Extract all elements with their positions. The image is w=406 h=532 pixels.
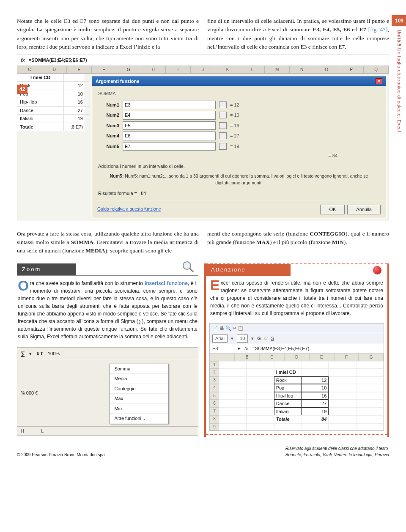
svg-point-0 xyxy=(183,262,191,269)
zoom-text: ra che avete acquisito familiarità con l… xyxy=(18,280,198,340)
mini-cell xyxy=(247,392,274,400)
mini-cell xyxy=(329,392,356,400)
page-sidebar: 109 Unità 5 Un foglio elettronico di cal… xyxy=(392,15,406,132)
mini-cell xyxy=(247,376,274,384)
mini-cell xyxy=(329,368,356,376)
menu-item[interactable]: Min xyxy=(110,404,168,414)
help-link[interactable]: Guida relativa a questa funzione xyxy=(97,206,161,213)
range-select-icon[interactable] xyxy=(219,132,227,139)
font-size[interactable]: 10 xyxy=(237,335,248,343)
intro-right: fine di un intervallo di celle adiacenti… xyxy=(207,17,389,51)
arg-label: Num1 xyxy=(98,101,119,109)
mini-cell xyxy=(219,368,247,376)
mini-cell xyxy=(247,415,274,423)
range-select-icon[interactable] xyxy=(219,143,227,150)
mini-cell xyxy=(329,361,356,368)
ok-button[interactable]: OK xyxy=(320,205,345,214)
data-value-cell: 19 xyxy=(64,115,85,123)
menu-item[interactable]: Conteggio xyxy=(110,384,168,394)
fx-icon: fx xyxy=(21,58,25,63)
mini-cell xyxy=(301,361,329,368)
menu-item[interactable]: Altre funzioni... xyxy=(110,414,168,424)
mini-cell xyxy=(356,368,384,376)
mini-cell xyxy=(219,384,247,392)
svg-line-1 xyxy=(190,269,193,272)
arg-result: = 12 xyxy=(230,101,239,109)
data-label-cell: Hip-Hop xyxy=(17,98,64,106)
arg-label: Num2 xyxy=(98,112,119,119)
arg-label: Num3 xyxy=(98,122,119,129)
total-value-cell: ;6;E7) xyxy=(64,123,85,131)
data-value-cell: 12 xyxy=(64,82,85,90)
page-footer: © 2009 Pearson Paravia Bruno Mondadori s… xyxy=(17,445,389,458)
menu-item[interactable]: Max xyxy=(110,394,168,404)
mini-cell: 19 xyxy=(301,408,329,416)
attention-box: Attenzione E xcel cerca spesso di render… xyxy=(204,263,389,437)
sum-result: = 84 xyxy=(328,152,337,159)
mini-cell xyxy=(247,361,274,368)
zoom-screenshot: ∑ ▾ ⬇⬆ 100% % 000 € SommaMediaConteggioM… xyxy=(17,347,198,436)
mid-left: Ora provate a fare la stessa cosa, utili… xyxy=(17,230,199,255)
arg-input[interactable]: E3 xyxy=(123,101,216,110)
mini-cell: 27 xyxy=(301,400,329,408)
attention-dot-icon xyxy=(372,265,382,275)
attention-title: Attenzione xyxy=(206,264,291,276)
mini-cell xyxy=(274,361,302,368)
arg-result: = 27 xyxy=(230,132,239,140)
arg-label: Num4 xyxy=(98,132,119,140)
function-name: SOMMA xyxy=(98,90,380,97)
font-selector[interactable]: Arial xyxy=(212,335,228,343)
data-value-cell: 16 xyxy=(64,98,85,106)
mini-cell xyxy=(219,392,247,400)
dialog-result: Risultato formula = 84 xyxy=(98,190,380,197)
range-select-icon[interactable] xyxy=(219,122,227,129)
dropcap-o: O xyxy=(18,280,29,292)
intro-left: Notate che le celle E3 ed E7 sono separa… xyxy=(17,17,199,51)
mini-cell xyxy=(356,392,384,400)
mini-cell xyxy=(219,423,247,431)
mid-right: menti che compongono tale serie (funzion… xyxy=(207,230,389,255)
attention-text: xcel cerca spesso di rendersi utile, ma … xyxy=(210,280,383,316)
mini-cell xyxy=(301,368,329,376)
mini-cell xyxy=(356,361,384,368)
arg-result: = 10 xyxy=(230,112,239,119)
attention-screenshot: 📄 🖶 🔍 ✂ 📋 Arial ▾ 10 ▾ G C S E8 ▾ fx =SO… xyxy=(209,323,384,431)
mini-cell: Dance xyxy=(274,400,302,408)
arg-input[interactable]: E7 xyxy=(123,142,216,151)
dialog-title: Argomenti funzione xyxy=(96,78,139,85)
mini-cell xyxy=(274,423,302,431)
toolbar-icons: 📄 🖶 🔍 ✂ 📋 xyxy=(212,325,244,332)
arg-input[interactable]: E6 xyxy=(123,132,216,140)
mini-cell xyxy=(247,368,274,376)
dialog-description: Addiziona i numeri in un intervallo di c… xyxy=(98,163,380,170)
mini-cell: I miei CD xyxy=(274,368,302,376)
page-number: 109 xyxy=(392,15,406,26)
mini-cell xyxy=(356,400,384,408)
sigma-dropdown-menu: SommaMediaConteggioMaxMinAltre funzioni.… xyxy=(110,364,169,424)
menu-item[interactable]: Media xyxy=(110,374,168,384)
cell-ref: E8 xyxy=(212,345,233,352)
range-select-icon[interactable] xyxy=(219,112,227,118)
arg-input[interactable]: E5 xyxy=(123,121,216,130)
arg-input[interactable]: E4 xyxy=(123,111,216,120)
attention-formula: =SOMMA(E3;E4;E5;E6;E7) xyxy=(252,345,310,352)
sigma-icon[interactable]: ∑ xyxy=(21,349,25,358)
mini-cell xyxy=(247,400,274,408)
function-arguments-dialog: Argomenti funzione × SOMMA Num1E3= 12Num… xyxy=(92,76,386,218)
book-citation: Benente, Ferraiolo, Vitali, Vedere la te… xyxy=(285,452,389,458)
range-select-icon[interactable] xyxy=(219,101,227,108)
mini-cell: Hip-Hop xyxy=(274,392,302,400)
mini-cell xyxy=(329,376,356,384)
mini-cell xyxy=(247,423,274,431)
mini-cell xyxy=(356,384,384,392)
close-icon[interactable]: × xyxy=(376,78,382,84)
mini-cell: 12 xyxy=(301,376,329,384)
cancel-button[interactable]: Annulla xyxy=(347,205,381,214)
mini-cell xyxy=(219,400,247,408)
mini-cell xyxy=(356,376,384,384)
data-label-cell: Dance xyxy=(17,107,64,115)
menu-item[interactable]: Somma xyxy=(110,364,168,374)
mini-cell xyxy=(247,408,274,416)
mini-cell xyxy=(356,408,384,416)
mini-cell: Italiani xyxy=(274,408,302,416)
